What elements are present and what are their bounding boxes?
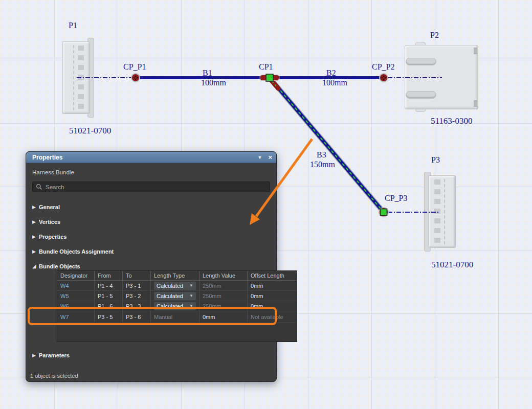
status-bar: 1 object is selected <box>30 373 78 379</box>
cp1-vertex-handle[interactable] <box>266 74 273 81</box>
table-empty-area <box>57 323 297 342</box>
cell-to[interactable]: P3 - 1 <box>122 281 150 290</box>
search-input[interactable] <box>46 184 267 190</box>
search-box[interactable] <box>32 181 270 192</box>
annotation-highlight-rect <box>28 307 277 325</box>
b1-name-label: B1 <box>203 69 212 78</box>
collapsed-arrow-icon: ▶ <box>32 249 39 254</box>
table-header-row: Designator From To Length Type Length Va… <box>57 271 297 281</box>
p1-designator-label: P1 <box>69 21 77 30</box>
cell-length-value[interactable]: 250mm <box>199 281 247 290</box>
collapsed-arrow-icon: ▶ <box>32 353 39 358</box>
cell-offset-length[interactable]: 0mm <box>247 281 297 290</box>
cp_p2-label: CP_P2 <box>372 62 394 72</box>
b3-name-label: B3 <box>317 150 326 160</box>
cell-from[interactable]: P1 - 5 <box>94 291 122 301</box>
p3-part-number-label: 51021-0700 <box>431 260 473 270</box>
section-general[interactable]: ▶ General <box>26 199 276 214</box>
properties-panel-titlebar[interactable]: Properties ▼ × <box>26 152 276 163</box>
column-header-from[interactable]: From <box>94 271 122 280</box>
cell-designator[interactable]: W5 <box>57 291 94 301</box>
b1-length-label: 100mm <box>201 78 226 87</box>
b2-length-label: 100mm <box>322 78 347 87</box>
p1-part-number-label: 51021-0700 <box>69 126 111 136</box>
table-row-w4[interactable]: W4 P1 - 4 P3 - 1 Calculated ▼ 250mm 0mm <box>57 281 297 291</box>
cp_p3-label: CP_P3 <box>385 194 407 203</box>
p2-part-number-label: 51163-0300 <box>431 117 473 126</box>
cp_p1-label: CP_P1 <box>123 62 146 72</box>
properties-panel: Properties ▼ × Harness Bundle ▶ General … <box>26 151 277 382</box>
collapsed-arrow-icon: ▶ <box>32 204 39 210</box>
chevron-down-icon: ▼ <box>189 293 193 298</box>
cell-from[interactable]: P1 - 4 <box>94 281 122 290</box>
object-type-label: Harness Bundle <box>32 169 270 175</box>
column-header-designator[interactable]: Designator <box>57 271 94 280</box>
p3-designator-label: P3 <box>431 155 440 165</box>
table-row-w5[interactable]: W5 P1 - 5 P3 - 2 Calculated ▼ 250mm 0mm <box>57 291 297 301</box>
panel-title: Properties <box>32 154 251 161</box>
chevron-down-icon: ▼ <box>189 283 193 288</box>
expanded-arrow-icon: ◢ <box>32 263 39 269</box>
length-type-dropdown[interactable]: Calculated ▼ <box>154 292 196 300</box>
collapsed-arrow-icon: ▶ <box>32 234 39 239</box>
column-header-length-value[interactable]: Length Value <box>199 271 247 280</box>
section-properties[interactable]: ▶ Properties <box>26 229 276 244</box>
length-type-dropdown[interactable]: Calculated ▼ <box>154 282 196 290</box>
cp_p2-marker[interactable] <box>380 74 388 82</box>
section-vertices[interactable]: ▶ Vertices <box>26 214 276 229</box>
column-header-to[interactable]: To <box>122 271 150 280</box>
harness-drawing-canvas: P1 51021-0700 CP_P1 B1 100mm CP1 B2 100m… <box>0 0 532 409</box>
cell-offset-length[interactable]: 0mm <box>247 291 297 301</box>
p2-designator-label: P2 <box>430 31 439 40</box>
b3-length-label: 150mm <box>310 160 335 169</box>
cell-to[interactable]: P3 - 2 <box>122 291 150 301</box>
cell-length-value[interactable]: 250mm <box>199 291 247 301</box>
panel-close-button[interactable]: × <box>268 154 272 161</box>
cp_p3-marker[interactable] <box>379 208 388 217</box>
section-parameters[interactable]: ▶ Parameters <box>26 348 276 362</box>
b2-name-label: B2 <box>326 69 336 78</box>
cell-length-type[interactable]: Calculated ▼ <box>150 291 199 301</box>
cp1-label: CP1 <box>259 62 273 72</box>
search-icon <box>36 184 42 190</box>
column-header-offset-length[interactable]: Offset Length <box>247 271 297 280</box>
bundle-objects-table: Designator From To Length Type Length Va… <box>57 270 297 342</box>
column-header-length-type[interactable]: Length Type <box>150 271 199 280</box>
section-bundle-objects-assignment[interactable]: ▶ Bundle Objects Assignment <box>26 244 276 259</box>
cell-designator[interactable]: W4 <box>57 281 94 290</box>
collapsed-arrow-icon: ▶ <box>32 219 39 224</box>
cp_p1-marker[interactable] <box>131 74 140 82</box>
panel-pin-button[interactable]: ▼ <box>257 155 262 160</box>
cell-length-type[interactable]: Calculated ▼ <box>150 281 199 290</box>
